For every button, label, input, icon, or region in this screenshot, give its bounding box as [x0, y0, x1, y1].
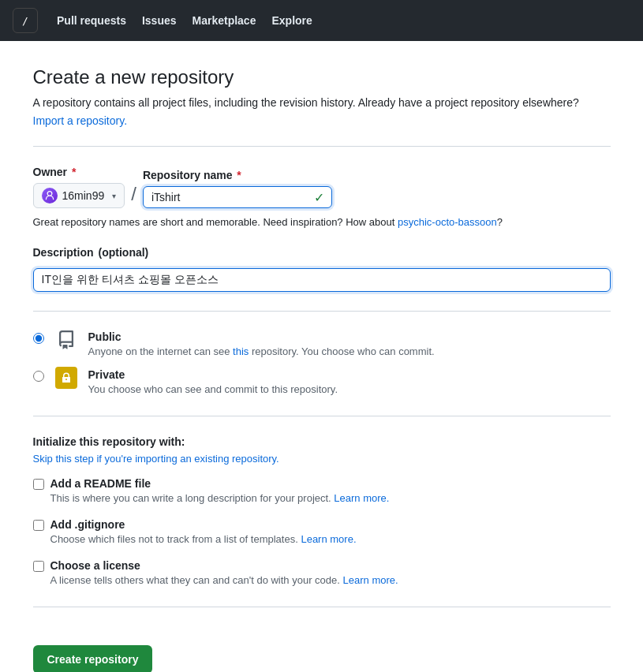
navbar-nav: Pull requests Issues Marketplace Explore [50, 9, 319, 32]
slash-separator: / [131, 183, 136, 205]
logo-slash: / [22, 15, 28, 27]
description-optional: (optional) [99, 246, 149, 259]
navbar-logo[interactable]: / [13, 8, 38, 33]
owner-repo-row: Owner * 16min99 ▾ / Repository name * [33, 166, 611, 208]
license-learn-more-link[interactable]: Learn more. [343, 574, 398, 586]
license-description: A license tells others what they can and… [50, 573, 398, 588]
gitignore-learn-more-link[interactable]: Learn more. [301, 533, 356, 545]
gitignore-text: Add .gitignore Choose which files not to… [50, 518, 357, 547]
license-label[interactable]: Choose a license [50, 559, 398, 572]
subtitle-text: A repository contains all project files,… [33, 96, 579, 109]
private-radio[interactable] [33, 371, 44, 382]
repo-name-label: Repository name * [143, 169, 332, 181]
visibility-group: Public Anyone on the internet can see th… [33, 330, 611, 397]
owner-group: Owner * 16min99 ▾ [33, 166, 125, 208]
repo-name-hint: Great repository names are short and mem… [33, 215, 611, 230]
nav-explore[interactable]: Explore [265, 9, 318, 32]
create-repository-button[interactable]: Create repository [33, 645, 153, 672]
page-subtitle: A repository contains all project files,… [33, 95, 611, 111]
private-label[interactable]: Private [88, 368, 338, 381]
license-option: Choose a license A license tells others … [33, 559, 611, 588]
readme-learn-more-link[interactable]: Learn more. [334, 492, 389, 504]
license-text: Choose a license A license tells others … [50, 559, 398, 588]
page-title: Create a new repository [33, 66, 611, 88]
description-label: Description [33, 246, 94, 259]
visibility-divider [33, 311, 611, 312]
readme-checkbox[interactable] [33, 479, 44, 490]
owner-label: Owner * [33, 166, 125, 178]
gitignore-option: Add .gitignore Choose which files not to… [33, 518, 611, 547]
hint-suffix: ? [497, 216, 503, 228]
public-description: Anyone on the internet can see this repo… [88, 345, 435, 359]
description-input[interactable] [33, 268, 611, 292]
readme-label[interactable]: Add a README file [50, 477, 390, 490]
init-title: Initialize this repository with: [33, 435, 611, 448]
init-skip-link[interactable]: Skip this step if you're importing an ex… [33, 453, 611, 465]
public-option: Public Anyone on the internet can see th… [33, 330, 611, 359]
init-checkbox-group: Add a README file This is where you can … [33, 477, 611, 588]
lock-icon-background [55, 367, 77, 389]
gitignore-label[interactable]: Add .gitignore [50, 518, 357, 531]
nav-pull-requests[interactable]: Pull requests [50, 9, 133, 32]
owner-label-text: Owner [33, 166, 68, 178]
private-option: Private You choose who can see and commi… [33, 368, 611, 397]
readme-description: This is where you can write a long descr… [50, 491, 390, 506]
chevron-down-icon: ▾ [112, 192, 116, 200]
public-desc-prefix: Anyone on the internet can see [88, 345, 234, 357]
gitignore-description: Choose which files not to track from a l… [50, 532, 357, 547]
gitignore-desc-text: Choose which files not to track from a l… [50, 533, 301, 545]
public-desc-link[interactable]: this [233, 345, 249, 357]
owner-name: 16min99 [62, 189, 105, 202]
nav-marketplace[interactable]: Marketplace [186, 9, 263, 32]
owner-select[interactable]: 16min99 ▾ [33, 183, 125, 208]
description-group: Description (optional) [33, 246, 611, 292]
repo-name-group: Repository name * ✓ [143, 169, 332, 208]
readme-option: Add a README file This is where you can … [33, 477, 611, 506]
import-link[interactable]: Import a repository. [33, 114, 611, 127]
repo-name-label-text: Repository name [143, 169, 233, 181]
license-checkbox[interactable] [33, 561, 44, 572]
nav-issues[interactable]: Issues [136, 9, 183, 32]
public-text: Public Anyone on the internet can see th… [88, 330, 435, 359]
public-repo-icon [54, 327, 79, 353]
main-content: Create a new repository A repository con… [14, 41, 630, 672]
private-text: Private You choose who can see and commi… [88, 368, 338, 397]
readme-desc-text: This is where you can write a long descr… [50, 492, 335, 504]
license-desc-text: A license tells others what they can and… [50, 574, 343, 586]
private-description: You choose who can see and commit to thi… [88, 383, 338, 397]
readme-text: Add a README file This is where you can … [50, 477, 390, 506]
owner-required: * [72, 166, 76, 178]
repo-name-wrapper: ✓ [143, 186, 332, 208]
repo-name-input[interactable] [143, 186, 332, 208]
repo-name-required: * [237, 169, 241, 181]
owner-avatar [42, 188, 58, 203]
public-label[interactable]: Public [88, 330, 435, 343]
description-label-row: Description (optional) [33, 246, 611, 259]
init-divider [33, 416, 611, 416]
private-lock-icon [54, 365, 79, 390]
public-radio[interactable] [33, 333, 44, 344]
navbar: / Pull requests Issues Marketplace Explo… [0, 0, 643, 41]
initialize-section: Initialize this repository with: Skip th… [33, 435, 611, 588]
hint-prefix: Great repository names are short and mem… [33, 216, 398, 228]
valid-checkmark-icon: ✓ [314, 190, 324, 205]
gitignore-checkbox[interactable] [33, 520, 44, 531]
header-divider [33, 146, 611, 147]
hint-suggestion-link[interactable]: psychic-octo-bassoon [398, 216, 497, 228]
public-desc-suffix: repository. You choose who can commit. [249, 345, 434, 357]
bottom-divider [33, 607, 611, 607]
